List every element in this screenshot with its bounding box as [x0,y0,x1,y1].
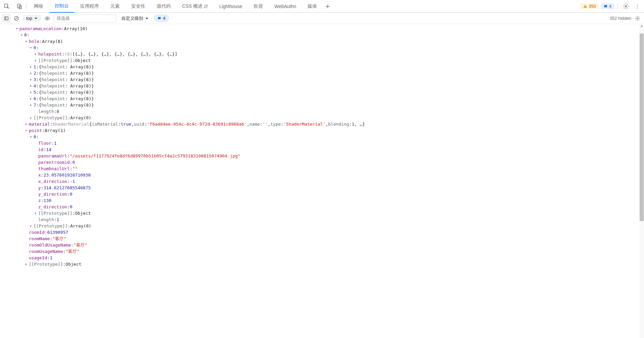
tab-network[interactable]: 网络 [29,0,49,13]
tab-media[interactable]: 媒体 [302,0,322,13]
tree-row[interactable]: panoramaLocation: Array(10) [15,25,644,32]
sidebar-toggle-icon[interactable] [3,15,10,22]
tree-row[interactable]: point: Array(1) [15,127,644,134]
tree-row[interactable]: usageId: 1 [15,255,644,261]
tree-row[interactable]: 2: {holepoint: Array(8)} [15,70,644,76]
more-icon[interactable] [633,2,642,11]
arrow-right-icon[interactable] [34,59,38,63]
tab-console[interactable]: 控制台 [49,0,74,13]
scrollbar-thumb[interactable] [640,33,644,221]
filter-input[interactable] [54,14,116,22]
tab-elements[interactable]: 元素 [105,0,125,13]
tree-row[interactable]: floor: 1 [15,140,644,146]
arrow-right-icon[interactable] [29,97,33,101]
svg-rect-3 [604,5,607,7]
tree-row[interactable]: holepoint: (8) [{…}, {…}, {…}, {…}, {…},… [15,51,644,57]
arrow-right-icon[interactable] [29,71,33,75]
arrow-right-icon[interactable] [24,122,28,126]
arrow-down-icon[interactable] [29,135,33,139]
tree-row[interactable]: [[Prototype]]: Array(0) [15,115,644,121]
tree-row[interactable]: 0: [15,32,644,38]
tree-row[interactable]: 4: {holepoint: Array(8)} [15,83,644,89]
tree-row[interactable]: roomOldUsageName: "客厅" [15,242,644,248]
tree-row[interactable]: 6: {holepoint: Array(8)} [15,95,644,102]
arrow-down-icon[interactable] [15,27,19,31]
tree-row[interactable]: roomName: "客厅" [15,235,644,242]
arrow-right-icon[interactable] [29,65,33,69]
arrow-right-icon[interactable] [34,52,38,56]
arrow-down-icon[interactable] [19,33,23,37]
arrow-right-icon[interactable] [29,224,33,228]
arrow-right-icon[interactable] [29,116,33,120]
tree-row[interactable]: [[Prototype]]: Object [15,210,644,216]
tab-sources[interactable]: 源代码 [151,0,176,13]
tree-row[interactable]: thumbnailUrl: "" [15,165,644,172]
tab-application[interactable]: 应用程序 [75,0,104,13]
tree-row[interactable]: roomId: 61390957 [15,229,644,235]
add-tab-icon[interactable] [323,2,332,11]
scroll-up-icon[interactable] [640,24,644,28]
scrollbar[interactable] [639,24,644,338]
device-toggle-icon[interactable] [15,2,24,11]
tree-row[interactable]: z: 130 [15,197,644,204]
tree-row[interactable]: [[Prototype]]: Object [15,261,644,267]
tree-row[interactable]: [[Prototype]]: Array(0) [15,223,644,229]
hidden-count[interactable]: 352 hidden [610,16,631,21]
tree-row[interactable]: y: 314.62127685546875 [15,185,644,191]
issues-badge[interactable]: 4 [154,15,169,22]
arrow-right-icon[interactable] [29,84,33,88]
arrow-right-icon[interactable] [24,262,28,266]
external-icon [204,4,208,8]
tree-row[interactable]: [[Prototype]]: Object [15,57,644,64]
tree-row[interactable]: hole: Array(8) [15,38,644,45]
infos-badge[interactable]: 4 [601,3,614,9]
tab-security[interactable]: 安全性 [126,0,151,13]
tab-lighthouse[interactable]: Lighthouse [214,0,248,13]
log-level-selector[interactable]: 自定义级别 [119,14,151,22]
settings-icon[interactable] [621,2,631,11]
svg-rect-8 [5,17,8,20]
svg-point-10 [47,18,48,19]
tree-row[interactable]: 0: [15,134,644,140]
console-settings-icon[interactable] [634,15,641,22]
tab-webauthn[interactable]: WebAuthn [269,0,302,13]
tab-welcome[interactable]: 欢迎 [248,0,268,13]
arrow-right-icon[interactable] [34,211,38,215]
tree-row[interactable]: material: ShaderMaterial {isMaterial: tr… [15,121,644,127]
tree-row[interactable]: panoramaUrl: "/assets/f1177924fe8df6d899… [15,153,644,159]
svg-point-6 [637,6,638,6]
tree-row[interactable]: id: 14 [15,146,644,153]
arrow-right-icon[interactable] [29,90,33,94]
tree-row[interactable]: 1: {holepoint: Array(8)} [15,64,644,70]
live-expression-icon[interactable] [44,15,51,22]
clear-console-icon[interactable] [13,15,20,22]
tree-row[interactable]: 0: [15,45,644,51]
tree-row[interactable]: parentroomid: 0 [15,159,644,165]
tree-row[interactable]: 7: {holepoint: Array(8)} [15,102,644,108]
inspect-element-icon[interactable] [2,2,11,11]
arrow-down-icon[interactable] [29,46,33,50]
tree-row[interactable]: roomUsageName: "客厅" [15,248,644,255]
tree-row[interactable]: 3: {holepoint: Array(8)} [15,76,644,83]
tree-row[interactable]: y_direction: 0 [15,191,644,197]
tree-row[interactable]: length: 1 [15,216,644,223]
svg-point-11 [637,18,638,19]
arrow-down-icon[interactable] [24,129,28,133]
tree-row[interactable]: z_direction: 0 [15,204,644,210]
arrow-right-icon[interactable] [29,78,33,82]
arrow-down-icon[interactable] [24,40,28,44]
tree-row[interactable]: x: 23.057601928710938 [15,172,644,178]
svg-point-5 [637,4,638,5]
chevron-down-icon [145,17,149,20]
context-selector[interactable]: top [23,15,41,22]
warnings-badge[interactable]: 350 [580,3,599,9]
tab-css-overview[interactable]: CSS 概述 [177,0,213,13]
svg-point-4 [625,5,627,7]
chat-icon [157,16,161,20]
console-output[interactable]: panoramaLocation: Array(10) 0: hole: Arr… [0,24,644,338]
tree-row[interactable]: x_direction: -1 [15,178,644,185]
arrow-right-icon[interactable] [29,103,33,107]
tree-row[interactable]: 5: {holepoint: Array(8)} [15,89,644,95]
tree-row[interactable]: length: 8 [15,108,644,115]
devtools-tabbar: 网络 控制台 应用程序 元素 安全性 源代码 CSS 概述 Lighthouse… [0,0,644,13]
